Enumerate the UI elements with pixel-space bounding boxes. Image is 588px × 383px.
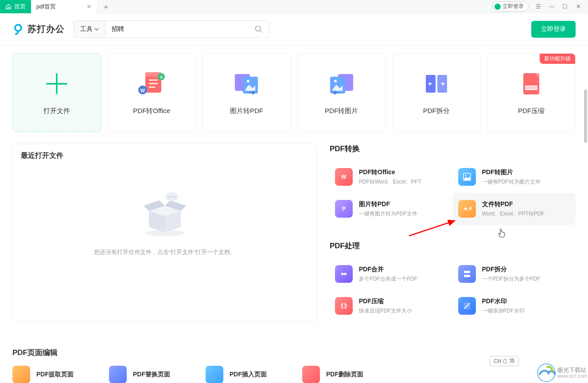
tools-label: 工具 — [80, 25, 93, 33]
process-grid: PDF合并 多个PDF合并成一个PDF PDF拆分 一个PDF拆分为多个PDF — [330, 258, 576, 322]
feature-desc: 一键将图片转为PDF文件 — [359, 210, 417, 218]
svg-text:W: W — [140, 88, 145, 93]
empty-state: 您还没有打开任何文件，点击“打开文件”打开一个文档。 — [21, 160, 309, 287]
edit-extract[interactable]: PDF提取页面 — [12, 366, 74, 383]
pdf-office-icon: WX — [136, 70, 167, 97]
card-image-to-pdf[interactable]: 图片转PDF — [202, 53, 291, 132]
login-button[interactable]: 立即登录 — [531, 21, 576, 38]
tab-home[interactable]: 首页 — [0, 0, 31, 13]
edit-label: PDF提取页面 — [36, 371, 74, 379]
feature-pdf-to-office[interactable]: W PDF转Office PDF转Word、Excel、PPT — [330, 161, 453, 193]
right-column: PDF转换 W PDF转Office PDF转Word、Excel、PPT PD… — [330, 144, 576, 322]
titlebar-login-label: 立即登录 — [502, 3, 524, 10]
svg-point-32 — [171, 196, 173, 198]
pdf-split-icon — [421, 70, 452, 97]
feature-image-to-pdf[interactable]: P 图片转PDF 一键将图片转为PDF文件 — [330, 193, 453, 225]
feature-desc: 快速压缩PDF文件大小 — [359, 307, 412, 315]
edit-insert[interactable]: PDF插入页面 — [206, 366, 267, 383]
ime-indicator[interactable]: CH 简 — [490, 356, 519, 366]
action-cards: 打开文件 WX PDF转Office 图片转PDF PDF转图片 PDF拆分 — [12, 53, 576, 132]
feature-desc: 一键将PDF转为图片文件 — [482, 178, 541, 186]
feature-title: PDF压缩 — [359, 297, 412, 305]
feature-pdf-to-image[interactable]: PDF转图片 一键将PDF转为图片文件 — [453, 161, 576, 193]
card-pdf-to-office[interactable]: WX PDF转Office — [107, 53, 196, 132]
scrollbar[interactable] — [584, 90, 587, 143]
titlebar-login-badge[interactable]: 立即登录 — [492, 1, 529, 12]
lower-section: 最近打开文件 您还没有打开任何文件，点击“打开文件”打开一个文档。 — [12, 144, 576, 322]
menu-icon[interactable]: ☰ — [535, 3, 542, 10]
watermark-text: 极光下载站 www.xz7.com — [557, 367, 587, 379]
close-window-icon[interactable]: ✕ — [575, 3, 582, 10]
ime-jian: 简 — [510, 357, 515, 365]
replace-icon — [109, 366, 127, 383]
empty-text: 您还没有打开任何文件，点击“打开文件”打开一个文档。 — [94, 248, 236, 256]
header: 苏打办公 工具 立即登录 — [0, 13, 588, 45]
feature-file-to-pdf[interactable]: P 文件转PDF Word、Excel、PPT转PDF — [453, 193, 576, 225]
feature-text: PDF拆分 一个PDF拆分为多个PDF — [482, 266, 541, 283]
feature-title: 图片转PDF — [359, 200, 417, 208]
ppt-icon: P — [335, 200, 353, 218]
svg-text:X: X — [160, 75, 163, 79]
tab-current[interactable]: pdf首页 ✕ — [31, 0, 97, 13]
svg-text:P: P — [469, 206, 472, 211]
convert-grid: W PDF转Office PDF转Word、Excel、PPT PDF转图片 一… — [330, 161, 576, 225]
svg-point-33 — [174, 196, 176, 198]
feature-pdf-compress[interactable]: PDF压缩 快速压缩PDF文件大小 — [330, 290, 453, 322]
watermark-icon — [458, 297, 476, 315]
split-icon — [458, 265, 476, 283]
feature-desc: Word、Excel、PPT转PDF — [482, 210, 545, 218]
convert-section-title: PDF转换 — [330, 144, 576, 154]
search-icon[interactable] — [254, 25, 263, 34]
feature-title: PDF转Office — [359, 168, 421, 176]
edit-label: PDF替换页面 — [133, 371, 170, 379]
plus-icon — [41, 70, 73, 97]
maximize-icon[interactable]: ☐ — [561, 3, 569, 10]
feature-pdf-watermark[interactable]: PDF水印 一键添加PDF水印 — [453, 290, 576, 322]
search-input[interactable] — [105, 20, 269, 38]
svg-point-35 — [465, 175, 466, 176]
image-icon — [458, 168, 476, 186]
watermark: 极光下载站 www.xz7.com — [537, 363, 587, 382]
edit-label: PDF插入页面 — [230, 371, 267, 379]
add-tab-button[interactable]: ＋ — [97, 1, 114, 12]
edit-delete[interactable]: PDF删除页面 — [302, 366, 363, 383]
card-pdf-split[interactable]: PDF拆分 — [392, 53, 481, 132]
svg-point-19 — [334, 80, 337, 82]
minimize-icon[interactable]: — — [548, 3, 555, 10]
titlebar-right: 立即登录 ☰ — ☐ ✕ — [492, 1, 588, 12]
brand-logo[interactable]: 苏打办公 — [12, 23, 65, 35]
svg-point-1 — [256, 26, 261, 31]
card-pdf-compress[interactable]: 新功能升级 PDF压缩 — [487, 53, 576, 132]
feature-desc: PDF转Word、Excel、PPT — [359, 178, 421, 186]
feature-title: 文件转PDF — [482, 200, 545, 208]
feature-desc: 多个PDF合并成一个PDF — [359, 275, 417, 283]
card-pdf-to-image[interactable]: PDF转图片 — [297, 53, 386, 132]
feature-pdf-split[interactable]: PDF拆分 一个PDF拆分为多个PDF — [453, 258, 576, 290]
svg-rect-38 — [464, 275, 470, 277]
svg-rect-15 — [243, 77, 258, 94]
edit-replace[interactable]: PDF替换页面 — [109, 366, 170, 383]
feature-text: PDF水印 一键添加PDF水印 — [482, 297, 525, 315]
close-icon[interactable]: ✕ — [86, 3, 92, 10]
card-open-file[interactable]: 打开文件 — [12, 53, 101, 132]
svg-point-31 — [169, 196, 171, 198]
feature-text: PDF压缩 快速压缩PDF文件大小 — [359, 297, 412, 315]
extract-icon — [12, 366, 30, 383]
compress-icon — [335, 297, 353, 315]
card-label: PDF拆分 — [423, 107, 450, 115]
feature-title: PDF水印 — [482, 297, 525, 305]
svg-point-0 — [15, 24, 21, 31]
svg-rect-13 — [149, 86, 155, 88]
tools-dropdown[interactable]: 工具 — [74, 20, 105, 38]
watermark-url: www.xz7.com — [557, 373, 587, 379]
recent-files-panel: 最近打开文件 您还没有打开任何文件，点击“打开文件”打开一个文档。 — [12, 144, 317, 322]
brand-logo-icon — [12, 23, 24, 35]
svg-rect-18 — [330, 77, 345, 94]
feature-desc: 一个PDF拆分为多个PDF — [482, 275, 541, 283]
card-label: PDF转图片 — [325, 107, 358, 115]
new-feature-badge: 新功能升级 — [540, 54, 575, 64]
feature-title: PDF拆分 — [482, 266, 541, 274]
file-pdf-icon: P — [458, 200, 476, 218]
feature-pdf-merge[interactable]: PDF合并 多个PDF合并成一个PDF — [330, 258, 453, 290]
status-dot-icon — [495, 4, 501, 10]
